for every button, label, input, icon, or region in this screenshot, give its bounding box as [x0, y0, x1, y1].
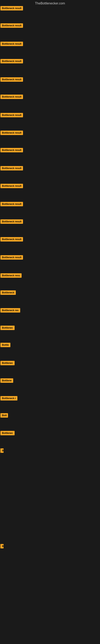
bottleneck-badge: Bottleneck result	[0, 255, 23, 260]
bottleneck-badge: B	[0, 544, 3, 548]
bottleneck-badge: Bottleneck result	[0, 219, 23, 224]
list-item: Bott	[0, 413, 8, 418]
list-item: B	[0, 448, 3, 454]
bottleneck-badge: Bottleneck result	[0, 202, 23, 206]
bottleneck-badge: Bottleneck result	[0, 23, 23, 28]
site-title: TheBottlenecker.com	[0, 0, 100, 6]
list-item: Bottleneck result	[0, 113, 23, 118]
bottleneck-badge: Bott	[0, 413, 8, 418]
list-item: Bottleneck	[0, 290, 16, 296]
list-item: Bottleneck result	[0, 77, 23, 82]
list-item: Bottleneck result	[0, 237, 23, 242]
bottleneck-badge: Bottleneck result	[0, 237, 23, 242]
bottleneck-badge: Bottleneck result	[0, 148, 23, 152]
list-item: Bottleneck result	[0, 6, 23, 11]
bottleneck-badge: B	[0, 448, 3, 453]
list-item: Bottleneck result	[0, 166, 23, 171]
list-item: Bottleneck result	[0, 202, 23, 207]
list-item: Bottleneck r	[0, 396, 17, 401]
bottleneck-badge: Bottlene	[0, 378, 13, 383]
list-item: Bottlenec	[0, 326, 15, 331]
list-item: Bottleneck result	[0, 59, 23, 64]
bottleneck-badge: Bottlenec	[0, 326, 15, 330]
list-item: Bottleneck result	[0, 23, 23, 28]
list-item: Bottleneck res	[0, 308, 20, 313]
bottleneck-badge: Bottleneck result	[0, 6, 23, 10]
list-item: Bottleneck result	[0, 42, 23, 47]
list-item: Bottleneck result	[0, 94, 23, 100]
list-item: Bottlenec	[0, 431, 15, 436]
list-item: Bottleneck result	[0, 219, 23, 224]
list-item: Bottleneck result	[0, 255, 23, 260]
bottleneck-badge: Bottleneck resu	[0, 273, 22, 278]
bottleneck-badge: Bottleneck result	[0, 130, 23, 135]
list-item: Bottleneck result	[0, 130, 23, 136]
bottleneck-badge: Bottleneck result	[0, 59, 23, 64]
bottleneck-badge: Bottleneck r	[0, 396, 17, 400]
bottleneck-badge: Bottlenec	[0, 361, 15, 365]
list-item: Bottleneck resu	[0, 273, 22, 278]
bottleneck-badge: Bottleneck result	[0, 166, 23, 170]
bottleneck-badge: Bottle	[0, 343, 10, 347]
list-item: Bottleneck result	[0, 184, 23, 189]
list-item: Bottle	[0, 343, 10, 348]
bottleneck-badge: Bottleneck result	[0, 184, 23, 188]
list-item: B	[0, 544, 3, 549]
site-header: TheBottlenecker.com	[0, 0, 100, 6]
list-item: Bottlenec	[0, 361, 15, 366]
list-item: Bottleneck result	[0, 148, 23, 153]
bottleneck-badge: Bottleneck result	[0, 77, 23, 82]
bottleneck-list: Bottleneck resultBottleneck resultBottle…	[0, 6, 100, 644]
bottleneck-badge: Bottleneck result	[0, 94, 23, 99]
bottleneck-badge: Bottleneck result	[0, 113, 23, 117]
list-item: Bottlene	[0, 378, 13, 384]
bottleneck-badge: Bottlenec	[0, 431, 15, 435]
bottleneck-badge: Bottleneck result	[0, 42, 23, 46]
bottleneck-badge: Bottleneck res	[0, 308, 20, 312]
bottleneck-badge: Bottleneck	[0, 290, 16, 295]
